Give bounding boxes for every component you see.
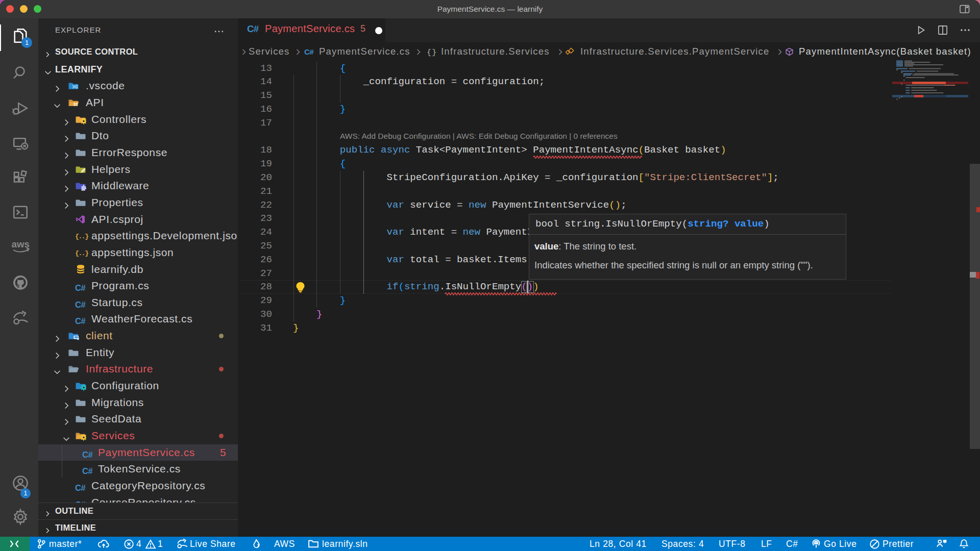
svg-text:{..}: {..} xyxy=(75,233,88,240)
svg-text:{..}: {..} xyxy=(75,249,88,257)
